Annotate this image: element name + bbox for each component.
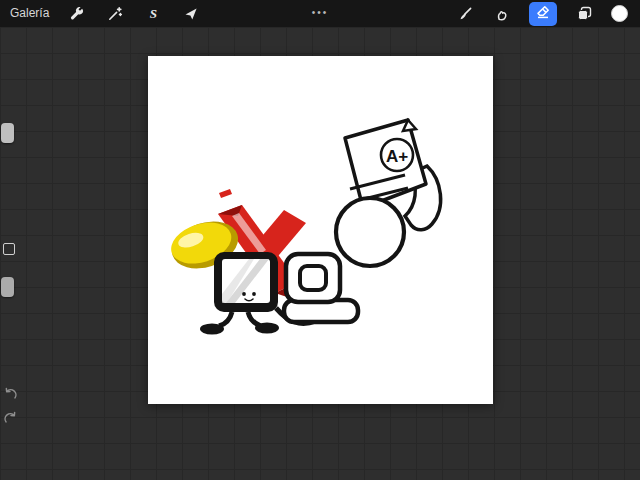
procreate-app: { "app": { "accent_color": "#3a7cfd", "t… [0,0,640,480]
selection-s-icon: S [150,6,157,22]
layers-button[interactable] [574,4,594,24]
opacity-slider-handle[interactable] [1,277,14,297]
paint-button[interactable] [455,4,475,24]
color-button[interactable] [611,5,628,22]
top-toolbar: Galería S [0,0,640,27]
redo-button[interactable] [3,411,18,426]
magic-wand-icon [107,6,123,22]
drawing-canvas[interactable]: A+ [148,56,493,404]
adjustments-button[interactable] [105,4,125,24]
smudge-button[interactable] [492,4,512,24]
brush-icon [457,6,473,22]
modify-button[interactable] [3,243,15,255]
selection-button[interactable]: S [143,4,163,24]
tablet-device [284,254,358,322]
grade-text: A+ [386,147,408,166]
actions-button[interactable] [67,4,87,24]
layers-icon [576,5,593,22]
toolbar-right-group [455,2,640,26]
toolbar-left-group: Galería S [0,0,201,27]
gallery-button[interactable]: Galería [10,0,49,27]
head-circle [336,198,404,266]
artwork: A+ [148,56,493,404]
undo-button[interactable] [3,387,18,402]
eraser-icon [535,4,551,24]
redo-icon [3,412,18,429]
wrench-icon [69,6,85,22]
canvas-options-button[interactable]: ••• [312,0,329,26]
erase-button[interactable] [529,2,557,26]
red-dash [219,189,232,198]
transform-arrow-icon [183,6,199,22]
brush-size-slider-handle[interactable] [1,123,14,143]
transform-button[interactable] [181,4,201,24]
undo-icon [3,388,18,405]
smudge-finger-icon [494,6,510,22]
